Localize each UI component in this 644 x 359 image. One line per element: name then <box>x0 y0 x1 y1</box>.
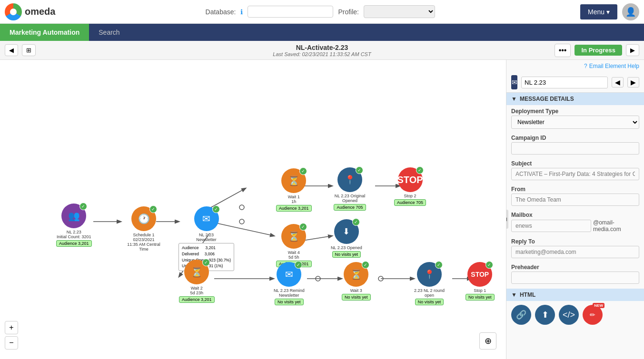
node-wait3[interactable]: ⏳ ✓ Wait 3 No visits yet <box>342 262 371 301</box>
preheader-input[interactable] <box>511 272 639 284</box>
panel-collapse-button[interactable]: ◀ <box>506 210 508 229</box>
view-toggle-button[interactable]: ⊞ <box>22 44 36 56</box>
node-schedule1-icon: 🕐 ✓ <box>131 206 156 231</box>
check-badge-wait3: ✓ <box>362 261 369 269</box>
node-wait3-icon: ⏳ ✓ <box>344 262 368 287</box>
panel-email-row: ✉ ◀ ▶ <box>506 72 644 93</box>
email-name-input[interactable] <box>521 77 608 88</box>
node-wait4[interactable]: ⏳ ✓ Wait 4 5d 5h Audience 3,201 <box>276 224 312 267</box>
back-button[interactable]: ◀ <box>5 44 18 56</box>
workflow-canvas[interactable]: 👥 ✓ NL 2.23 Initial Count: 3201 Audience… <box>0 60 506 359</box>
node-newsletter-label: NL 2.23 Newsletter <box>196 233 217 242</box>
node-initial-label: NL 2.23 Initial Count: 3201 <box>57 230 91 239</box>
svg-point-9 <box>239 205 244 210</box>
check-badge-newsletter: ✓ <box>212 205 220 213</box>
node-nl223-opened[interactable]: ⬇ ✓ NL 2.23 Opened No visits yet <box>331 219 362 258</box>
logo-text: omeda <box>25 6 55 17</box>
svg-point-10 <box>239 219 244 224</box>
nav-item-search[interactable]: Search <box>89 24 129 41</box>
node-remind-icon: ✉ ✓ <box>277 262 301 287</box>
node-stop2-label: Stop 2 <box>404 194 416 198</box>
node-original-opened[interactable]: 📍 ✓ NL 2.23 Original Opened Audience 705 <box>331 167 369 211</box>
new-icon-button[interactable]: ✏ NEW <box>583 305 603 325</box>
node-initial-icon: 👥 ✓ <box>61 204 86 228</box>
expand-button[interactable]: ▶ <box>626 44 639 56</box>
node-wait2-icon: ⏳ ✓ <box>184 260 209 284</box>
upload-icon-button[interactable]: ⬆ <box>535 305 555 325</box>
menu-button[interactable]: Menu ▾ <box>580 4 617 19</box>
check-badge-wait4: ✓ <box>299 223 307 231</box>
panel-help[interactable]: ? Email Element Help <box>506 60 644 72</box>
code-icon-button[interactable]: </> <box>559 305 579 325</box>
header-mid: Database: ℹ Profile: <box>65 5 575 18</box>
no-visits-opened: No visits yet <box>332 251 361 258</box>
panel-prev-button[interactable]: ◀ <box>612 77 624 87</box>
deployment-type-select[interactable]: Newsletter <box>511 116 639 129</box>
profile-select[interactable] <box>364 5 435 18</box>
node-newsletter-icon: ✉ ✓ <box>194 206 219 231</box>
node-initial[interactable]: 👥 ✓ NL 2.23 Initial Count: 3201 Audience… <box>56 204 92 247</box>
right-panel: ◀ ? Email Element Help ✉ ◀ ▶ ▼ MESSAGE D… <box>506 60 644 359</box>
zoom-controls: + − <box>5 321 18 349</box>
svg-point-11 <box>316 276 320 281</box>
deployment-type-label: Deployment Type <box>506 105 644 116</box>
mailbox-row: @omail-media.com <box>511 219 639 233</box>
subject-label: Subject <box>506 157 644 168</box>
check-badge-stop2: ✓ <box>416 166 424 174</box>
nav-item-marketing-automation[interactable]: Marketing Automation <box>0 24 89 41</box>
node-nl2-round-open[interactable]: 📍 ✓ 2.23 NL 2 round open No visits yet <box>410 262 448 305</box>
no-visits-remind: No visits yet <box>275 299 304 305</box>
workflow-title: NL-Activate-2.23 <box>273 44 371 51</box>
node-schedule1[interactable]: 🕐 ✓ Schedule 1 02/23/2021 11:35 AM Centr… <box>125 206 163 252</box>
link-icon-button[interactable]: 🔗 <box>511 305 531 325</box>
html-section: ▼ HTML <box>506 289 644 301</box>
node-wait1-icon: ⏳ ✓ <box>281 168 306 193</box>
audience-wait2: Audience 3,201 <box>179 296 215 303</box>
check-badge-stop1: ✓ <box>485 261 493 269</box>
node-wait1-label: Wait 1 1h <box>288 194 300 204</box>
audience-wait1: Audience 3,201 <box>276 205 312 212</box>
node-opened-label: NL 2.23 Opened <box>331 245 362 250</box>
more-options-button[interactable]: ••• <box>555 44 571 57</box>
node-wait2[interactable]: ⏳ ✓ Wait 2 5d 23h Audience 3,201 <box>179 260 215 303</box>
info-icon[interactable]: ℹ <box>240 8 243 16</box>
from-input[interactable] <box>511 194 639 206</box>
check-badge-opened: ✓ <box>352 218 360 226</box>
campaign-id-input[interactable] <box>511 142 639 155</box>
panel-next-button[interactable]: ▶ <box>627 77 639 87</box>
node-original-label: NL 2.23 Original Opened <box>331 194 369 203</box>
campaign-id-label: Campaign ID <box>506 132 644 142</box>
check-badge-wait1: ✓ <box>299 167 307 175</box>
database-input[interactable] <box>248 6 333 18</box>
node-stop2[interactable]: STOP ✓ Stop 2 Audience 705 <box>394 167 426 206</box>
audience-stop2: Audience 705 <box>394 199 426 206</box>
node-remind-newsletter[interactable]: ✉ ✓ NL 2.23 Remind Newsletter No visits … <box>274 262 305 305</box>
node-wait4-label: Wait 4 5d 5h <box>288 250 300 260</box>
mailbox-input[interactable] <box>511 220 591 232</box>
check-badge-remind: ✓ <box>295 261 302 269</box>
avatar: 👤 <box>622 3 639 20</box>
from-label: From <box>506 183 644 194</box>
layers-icon: ⊕ <box>485 336 492 346</box>
node-original-opened-icon: 📍 ✓ <box>337 167 362 192</box>
no-visits-wait3: No visits yet <box>342 294 371 301</box>
mailbox-domain: @omail-media.com <box>593 219 639 233</box>
check-badge: ✓ <box>79 203 87 210</box>
status-badge: In Progress <box>575 45 622 56</box>
zoom-in-button[interactable]: + <box>5 321 18 334</box>
check-badge-original: ✓ <box>356 166 363 174</box>
email-type-icon: ✉ <box>511 75 517 89</box>
node-stop1-icon: STOP ✓ <box>467 262 492 287</box>
reply-to-input[interactable] <box>511 246 639 258</box>
node-stop1-label: Stop 1 <box>474 288 486 293</box>
new-badge: NEW <box>593 303 604 308</box>
layers-button[interactable]: ⊕ <box>479 332 496 349</box>
node-wait3-label: Wait 3 <box>350 288 362 293</box>
node-stop1[interactable]: STOP ✓ Stop 1 No visits yet <box>466 262 495 301</box>
zoom-out-button[interactable]: − <box>5 336 18 349</box>
node-wait1[interactable]: ⏳ ✓ Wait 1 1h Audience 3,201 <box>276 168 312 212</box>
mailbox-label: Mailbox <box>506 209 644 219</box>
audience-original: Audience 705 <box>334 204 366 211</box>
subject-input[interactable] <box>511 168 639 180</box>
profile-label: Profile: <box>338 8 359 16</box>
